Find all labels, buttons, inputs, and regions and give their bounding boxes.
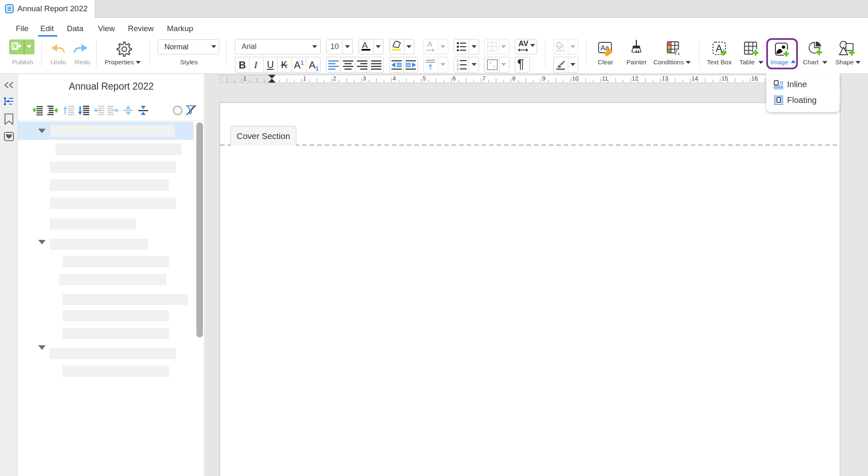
svg-text:5: 5 <box>423 75 426 82</box>
svg-text:16: 16 <box>751 75 758 82</box>
svg-text:6: 6 <box>452 75 456 82</box>
svg-text:1: 1 <box>303 75 306 82</box>
svg-text:2: 2 <box>457 63 459 67</box>
svg-text:8: 8 <box>512 75 516 82</box>
svg-text:1: 1 <box>457 59 459 63</box>
svg-text:12: 12 <box>632 75 638 82</box>
svg-text:4: 4 <box>393 75 396 82</box>
svg-text:9: 9 <box>542 75 545 82</box>
svg-text:3: 3 <box>457 67 459 71</box>
svg-text:13: 13 <box>662 75 668 82</box>
svg-text:10: 10 <box>572 75 579 82</box>
svg-text:2: 2 <box>333 75 336 82</box>
svg-text:14: 14 <box>692 75 698 82</box>
svg-text:3: 3 <box>363 75 366 82</box>
svg-text:7: 7 <box>482 75 486 82</box>
svg-text:15: 15 <box>721 75 728 82</box>
svg-text:x: x <box>678 51 680 56</box>
svg-text:1: 1 <box>243 75 247 82</box>
svg-text:11: 11 <box>602 75 608 82</box>
